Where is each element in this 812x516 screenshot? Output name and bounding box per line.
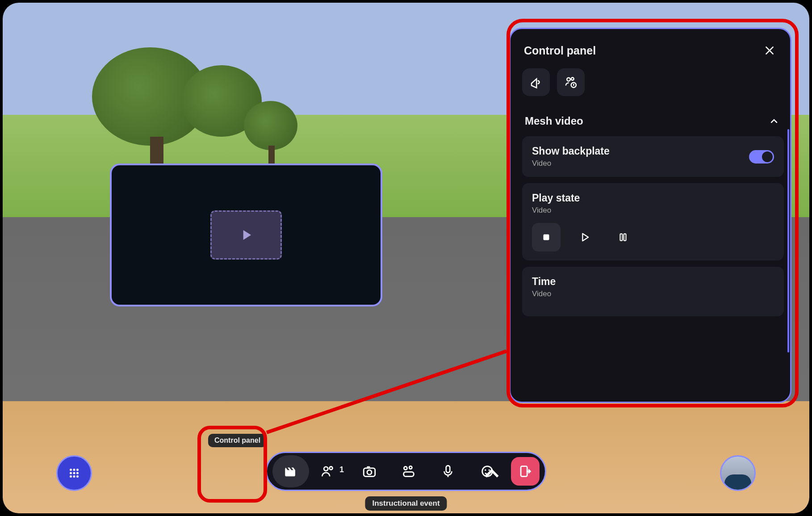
setting-subtitle: Video xyxy=(532,206,774,215)
pause-button[interactable] xyxy=(609,223,637,252)
setting-title: Show backplate xyxy=(532,145,610,157)
section-header-mesh-video[interactable]: Mesh video xyxy=(522,106,784,136)
svg-rect-27 xyxy=(620,234,623,240)
svg-point-2 xyxy=(76,469,79,471)
svg-point-12 xyxy=(367,470,372,474)
camera-icon xyxy=(362,464,377,479)
screenshare-button[interactable] xyxy=(390,455,427,487)
chevron-up-icon xyxy=(484,466,499,481)
svg-point-22 xyxy=(567,78,570,81)
mesh-viewport: 1 xyxy=(3,3,809,513)
time-card: Time Video xyxy=(522,267,784,316)
bottom-toolbar: 1 xyxy=(266,452,546,491)
svg-rect-11 xyxy=(364,468,375,476)
tooltip-control-panel: Control panel xyxy=(208,434,267,447)
pause-icon xyxy=(617,231,629,243)
megaphone-button[interactable] xyxy=(522,68,550,96)
main-menu-button[interactable] xyxy=(56,455,92,491)
svg-point-23 xyxy=(571,78,574,80)
stop-icon xyxy=(540,231,552,243)
close-button[interactable] xyxy=(762,43,777,58)
svg-point-14 xyxy=(404,466,407,470)
avatar-button[interactable] xyxy=(720,455,756,491)
setting-subtitle: Video xyxy=(532,289,774,298)
people-icon xyxy=(320,464,335,479)
svg-point-8 xyxy=(76,475,79,478)
grid-icon xyxy=(67,466,81,480)
svg-point-1 xyxy=(73,469,75,471)
play-state-card: Play state Video xyxy=(522,183,784,260)
control-panel: Control panel xyxy=(509,28,791,403)
stop-button[interactable] xyxy=(532,223,561,252)
svg-rect-21 xyxy=(521,466,527,477)
svg-rect-28 xyxy=(624,234,626,240)
svg-point-5 xyxy=(76,472,79,474)
share-content-icon xyxy=(401,464,416,479)
leave-icon xyxy=(518,464,533,479)
svg-point-10 xyxy=(330,467,333,470)
chevron-up-icon xyxy=(769,116,779,126)
microphone-button[interactable] xyxy=(430,455,466,487)
event-title-label: Instructional event xyxy=(365,496,447,511)
control-panel-button[interactable] xyxy=(272,455,309,487)
svg-rect-16 xyxy=(404,472,414,476)
play-icon xyxy=(578,231,591,243)
reactions-button[interactable] xyxy=(469,455,506,487)
svg-point-6 xyxy=(70,475,72,478)
camera-button[interactable] xyxy=(351,455,388,487)
svg-rect-25 xyxy=(573,84,574,86)
svg-point-4 xyxy=(73,472,75,474)
svg-point-7 xyxy=(73,475,75,478)
scrollbar[interactable] xyxy=(787,129,789,352)
world-video-screen[interactable] xyxy=(110,164,382,306)
participant-count: 1 xyxy=(339,465,344,474)
section-title: Mesh video xyxy=(525,115,583,127)
svg-point-15 xyxy=(409,466,412,469)
setting-title: Play state xyxy=(532,192,774,204)
play-button[interactable] xyxy=(570,223,599,252)
clapperboard-icon xyxy=(283,464,298,479)
svg-rect-17 xyxy=(446,466,450,473)
setting-title: Time xyxy=(532,276,774,288)
close-icon xyxy=(764,45,775,56)
control-panel-title: Control panel xyxy=(524,44,596,57)
setting-subtitle: Video xyxy=(532,159,610,168)
mute-all-button[interactable] xyxy=(557,68,585,96)
svg-point-3 xyxy=(70,472,72,474)
svg-rect-26 xyxy=(544,235,549,240)
play-icon xyxy=(238,227,255,243)
backplate-card: Show backplate Video xyxy=(522,136,784,177)
svg-rect-13 xyxy=(367,466,370,468)
mic-icon xyxy=(440,464,456,479)
backplate-toggle[interactable] xyxy=(749,150,774,164)
people-mic-icon xyxy=(564,76,578,89)
participants-button[interactable]: 1 xyxy=(312,455,348,487)
megaphone-icon xyxy=(529,76,543,89)
svg-point-9 xyxy=(324,467,328,471)
toggle-knob xyxy=(762,151,773,162)
svg-point-0 xyxy=(70,469,72,471)
video-placeholder xyxy=(210,210,282,260)
avatar xyxy=(724,474,751,491)
leave-button[interactable] xyxy=(511,457,540,486)
